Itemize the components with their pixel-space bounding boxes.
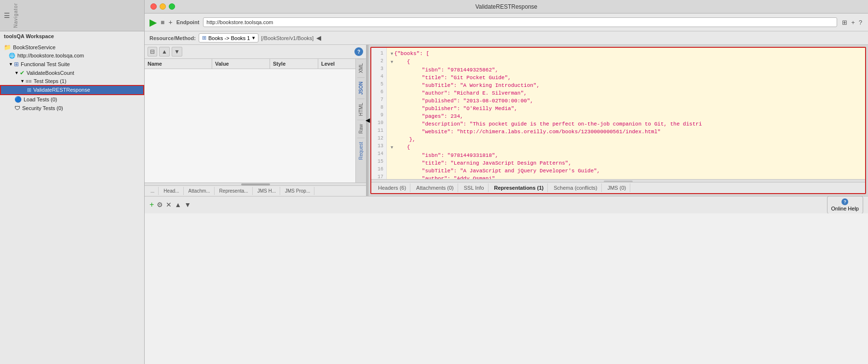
code-line: ▼ { [391,143,861,152]
side-tab-request[interactable]: Request [357,138,365,164]
help-icon-btn[interactable]: ? [858,18,863,27]
close-window-btn[interactable] [150,3,157,10]
sidebar-item-label: Load Tests (0) [24,97,57,102]
code-line: "website": "http://chimera.labs.oreilly.… [391,128,861,136]
endpoint-url-input[interactable] [203,17,837,27]
code-text: "subTitle": "A Working Introduction", [396,82,540,89]
remove-btn[interactable]: ✕ [166,201,172,209]
code-text: "subTitle": "A JavaScript and jQuery Dev… [396,167,600,175]
resource-method-label: Resource/Method: [149,35,196,41]
settings-btn[interactable]: ⚙ [157,201,163,209]
content-area: ⊟ ▲ ▼ ? Name Value Style Level XML [145,45,868,196]
move-up-btn[interactable]: ▲ [175,201,181,209]
code-text: "author": "Richard E. Silverman", [396,89,527,97]
sidebar-item-test-steps[interactable]: ▼ ≡≡ Test Steps (1) [0,77,144,85]
chevron-down-icon: ▾ [252,35,255,41]
rp-tab-attachments[interactable]: Attachments (0) [412,183,458,192]
bottom-tab-representations[interactable]: Representa... [216,187,253,195]
collapse-triangle[interactable]: ▼ [391,144,393,152]
layout-icon-btn[interactable]: ⊞ [841,18,848,27]
side-tab-html[interactable]: HTML [357,98,365,120]
online-help-btn[interactable]: ? Online Help [827,196,863,214]
code-line: "publisher": "O'Reilly Media", [391,105,861,112]
expand-icon: ▼ [20,79,25,84]
collapse-left-panel-btn[interactable]: ◀ [316,34,321,42]
bottom-tab-ellipsis[interactable]: ... [147,187,159,195]
title-bar: ValidateRESTResponse [145,0,868,14]
code-text: "pages": 234, [396,112,463,120]
nav-down-btn[interactable]: ▼ [172,47,182,56]
expand-icon: ▼ [9,62,13,67]
add-action-btn[interactable]: + [149,200,154,209]
sidebar-item-bookstore-service[interactable]: 📁 BookStoreService [0,43,144,52]
play-button[interactable]: ▶ [149,16,157,28]
help-icon[interactable]: ? [354,47,363,56]
globe-icon: 🌐 [9,53,15,59]
code-line: "published": "2013-08-02T00:00:00", [391,97,861,105]
nav-up-btn[interactable]: ▲ [159,47,170,56]
code-text: "website": "http://chimera.labs.oreilly.… [396,128,661,136]
rp-tab-headers[interactable]: Headers (6) [374,183,410,192]
sidebar-item-label: Test Steps (1) [34,78,67,84]
right-panel: 123456789101112131415161718192021222324▼… [370,47,866,194]
side-tab-xml[interactable]: XML [357,59,365,77]
rp-tab-ssl[interactable]: SSL Info [460,183,488,192]
sidebar-item-validate-books-count[interactable]: ▼ ✔ ValidateBooksCount [0,69,144,77]
sidebar-item-url[interactable]: 🌐 http://bookstore.toolsqa.com [0,52,144,60]
add-button[interactable]: + [168,18,172,26]
table-body [145,69,355,182]
path-label: [/BookStore/v1/Books] [261,35,314,41]
endpoint-label: Endpoint [176,19,200,25]
sidebar-item-load-tests[interactable]: 🔵 Load Tests (0) [0,95,144,104]
sidebar-item-functional-test-suite[interactable]: ▼ ⊞ Functional Test Suite [0,60,144,69]
col-value: Value [212,59,270,69]
code-line: "author": "Richard E. Silverman", [391,89,861,97]
rp-tab-representations[interactable]: Representations (1) [490,183,548,192]
bottom-tab-jms-prop[interactable]: JMS Prop... [281,187,314,195]
rp-tab-jms[interactable]: JMS (0) [604,183,631,192]
collapse-triangle[interactable]: ▼ [391,50,393,58]
add-endpoint-btn[interactable]: + [850,18,856,27]
code-line: ▼{"books": [ [391,50,861,58]
table-header: Name Value Style Level [145,59,355,69]
side-tab-json[interactable]: JSON [357,77,365,98]
code-text: {"books": [ [394,50,429,57]
right-panel-bottom-tabs: Headers (6) Attachments (0) SSL Info Rep… [371,182,865,193]
code-line: "description": "This pocket guide is the… [391,120,861,128]
minimize-window-btn[interactable] [160,3,166,10]
bottom-tab-headers[interactable]: Head... [160,187,183,195]
panel-divider[interactable]: ◀ [366,45,368,196]
check-icon: ✔ [20,70,25,76]
col-style: Style [270,59,318,69]
method-selector[interactable]: ⊞ Books -> Books 1 ▾ [199,33,258,42]
code-text: { [394,143,410,151]
col-name: Name [145,59,212,69]
code-line: }, [391,136,861,143]
left-panel-main: Name Value Style Level [145,59,355,182]
bottom-tab-attachments[interactable]: Attachm... [185,187,215,195]
help-circle-icon: ? [841,198,848,205]
maximize-window-btn[interactable] [169,3,175,10]
steps-icon: ≡≡ [26,78,32,84]
window-title: ValidateRESTResponse [475,3,538,10]
online-help-label: Online Help [831,206,859,211]
sidebar-item-security-tests[interactable]: 🛡 Security Tests (0) [0,104,144,112]
code-text: "author": "Addy Osmani", [396,175,498,179]
divider-arrow: ◀ [366,117,370,124]
empty-bottom [145,213,868,364]
collapse-triangle[interactable]: ▼ [391,58,393,66]
sidebar-item-label: ValidateBooksCount [27,70,74,76]
stop-button[interactable]: ■ [161,18,164,26]
method-bar: Resource/Method: ⊞ Books -> Books 1 ▾ [/… [145,31,868,45]
bottom-tab-jms-h[interactable]: JMS H... [254,187,280,195]
code-text: "published": "2013-08-02T00:00:00", [396,97,533,105]
rp-tab-schema[interactable]: Schema (conflicts) [550,183,601,192]
move-down-btn[interactable]: ▼ [184,201,191,209]
side-tab-raw[interactable]: Raw [357,120,365,138]
view-toggle-btn[interactable]: ⊟ [148,47,157,56]
sidebar-item-validate-rest-response[interactable]: ⊞ ValidateRESTResponse [0,85,144,95]
sidebar-item-label: BookStoreService [13,44,55,50]
bottom-action-bar: + ⚙ ✕ ▲ ▼ ? Online Help [145,196,868,213]
code-line: "title": "Learning JavaScript Design Pat… [391,159,861,167]
code-line: "isbn": "9781449325862", [391,66,861,74]
